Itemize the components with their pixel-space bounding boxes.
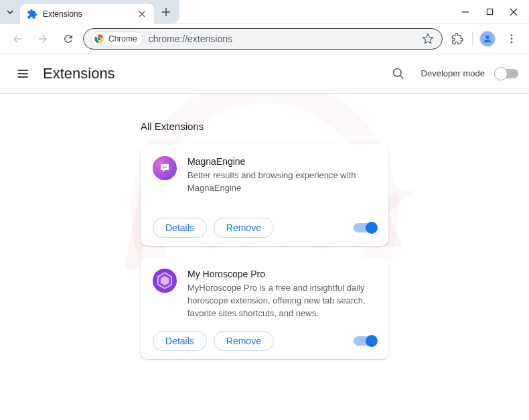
svg-point-9 [163,167,164,168]
window-titlebar: Extensions [0,0,529,24]
maximize-button[interactable] [479,2,500,22]
svg-point-5 [511,34,513,36]
svg-point-11 [165,167,167,168]
extension-icon [153,156,177,180]
svg-point-7 [511,41,513,43]
profile-button[interactable] [477,28,498,50]
extension-toggle[interactable] [354,223,376,232]
site-chip-label: Chrome [108,34,137,44]
remove-button[interactable]: Remove [214,218,274,238]
bookmark-button[interactable] [421,28,435,50]
reload-button[interactable] [58,28,79,50]
extension-icon [153,269,177,293]
back-button[interactable] [7,28,28,50]
svg-point-8 [393,68,401,76]
url-text: chrome://extensions [149,33,415,44]
svg-point-4 [485,35,489,38]
close-tab-button[interactable] [137,9,147,19]
extensions-button[interactable] [447,28,468,50]
main-menu-button[interactable] [11,62,35,86]
extension-description: MyHoroscope Pro is a free and insightful… [187,282,376,320]
extension-card: MagnaEngine Better results and browsing … [141,144,388,246]
svg-point-6 [511,38,513,40]
details-button[interactable]: Details [153,218,207,238]
search-button[interactable] [386,62,410,86]
svg-point-10 [164,167,165,168]
developer-mode-label: Developer mode [421,68,485,78]
svg-rect-0 [487,9,492,14]
tab-search-dropdown[interactable] [0,0,20,24]
extension-card: My Horoscope Pro MyHoroscope Pro is a fr… [141,257,388,359]
page-title: Extensions [43,65,115,82]
remove-button[interactable]: Remove [214,331,274,351]
site-chip[interactable]: Chrome [90,31,143,46]
toolbar: Chrome chrome://extensions [0,24,529,54]
section-title: All Extensions [141,121,388,132]
chrome-menu-button[interactable] [501,28,522,50]
extension-toggle[interactable] [354,336,376,346]
details-button[interactable]: Details [153,331,207,351]
svg-point-3 [97,37,100,40]
extensions-content: All Extensions MagnaEngine Better result… [0,94,529,370]
minimize-button[interactable] [455,2,475,22]
svg-marker-13 [161,276,169,285]
extensions-header: Extensions Developer mode [0,54,529,94]
developer-mode-toggle[interactable] [496,69,518,78]
chrome-icon [94,33,104,44]
forward-button[interactable] [32,28,54,50]
close-window-button[interactable] [504,2,524,22]
browser-tab[interactable]: Extensions [20,4,154,24]
extension-name: MagnaEngine [187,156,376,167]
tab-title: Extensions [43,9,131,19]
puzzle-piece-icon [27,9,37,19]
address-bar[interactable]: Chrome chrome://extensions [83,28,443,50]
extension-name: My Horoscope Pro [187,269,376,279]
new-tab-button[interactable] [157,3,175,21]
extension-description: Better results and browsing experience w… [187,169,376,195]
